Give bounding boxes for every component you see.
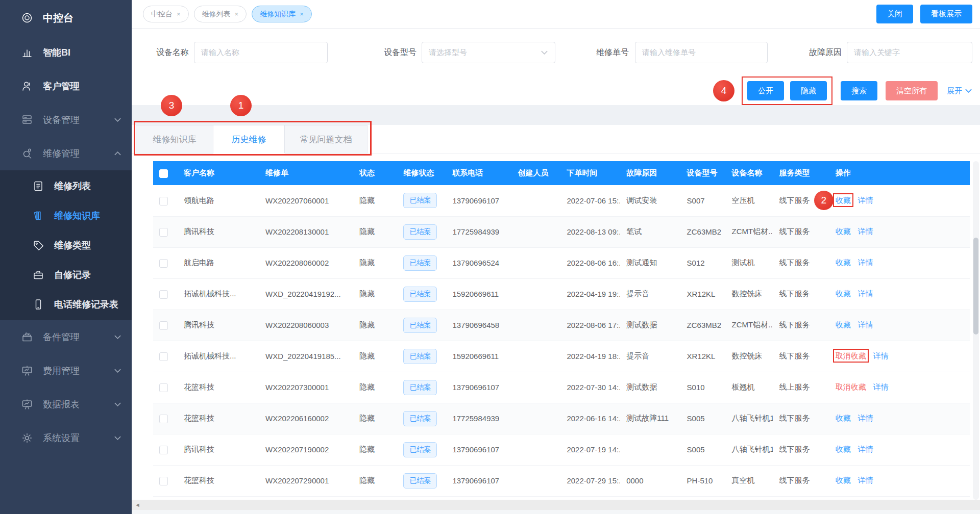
- close-tag-icon[interactable]: ×: [177, 10, 181, 18]
- text-input[interactable]: 请输入维修单号: [635, 42, 768, 63]
- favorite-link[interactable]: 收藏: [836, 414, 851, 422]
- row-checkbox[interactable]: [159, 352, 168, 361]
- cell-service-type: 线下服务: [773, 278, 829, 310]
- row-checkbox[interactable]: [159, 383, 168, 392]
- favorite-link[interactable]: 收藏: [836, 227, 851, 236]
- table-row: 花篮科技WX202207290001隐藏已结案137906961072022-0…: [153, 465, 970, 496]
- text-input[interactable]: 请输入名称: [194, 42, 328, 63]
- favorite-link[interactable]: 收藏: [836, 196, 851, 204]
- cell-repair-status: 已结案: [397, 403, 446, 434]
- row-checkbox[interactable]: [159, 259, 168, 268]
- public-button[interactable]: 公开: [747, 81, 784, 100]
- search-button[interactable]: 搜索: [841, 81, 877, 100]
- sidebar-item-智能BI[interactable]: 智能BI: [0, 36, 132, 69]
- detail-link[interactable]: 详情: [873, 382, 889, 391]
- row-checkbox[interactable]: [159, 321, 168, 330]
- row-checkbox[interactable]: [159, 477, 168, 485]
- sidebar-item-数据报表[interactable]: 数据报表: [0, 388, 132, 421]
- board-display-button[interactable]: 看板展示: [920, 5, 972, 23]
- filter-field-设备名称: 设备名称请输入名称: [152, 42, 328, 63]
- detail-link[interactable]: 详情: [858, 227, 873, 236]
- cell-status: 隐藏: [353, 278, 397, 310]
- close-button[interactable]: 关闭: [876, 5, 913, 23]
- cell-device-model: PH-510: [681, 465, 726, 496]
- vertical-scrollbar-thumb[interactable]: [973, 238, 978, 335]
- favorite-link[interactable]: 取消收藏: [836, 351, 866, 360]
- cell-operations: 收藏详情: [829, 310, 970, 341]
- page-tag-中控台[interactable]: 中控台×: [143, 6, 189, 22]
- favorite-link[interactable]: 收藏: [836, 476, 851, 484]
- chevron-down-icon: [114, 401, 121, 407]
- sidebar-subitem-自修记录[interactable]: 自修记录: [0, 260, 132, 290]
- cell-creator: [511, 465, 560, 496]
- row-select-cell: [153, 403, 178, 434]
- phone-record-icon: [32, 298, 45, 311]
- cell-creator: [511, 434, 560, 465]
- table-row: 腾讯科技WX202208060003隐藏已结案137906964582022-0…: [153, 310, 970, 341]
- close-tag-icon[interactable]: ×: [300, 10, 304, 18]
- sidebar-item-系统设置[interactable]: 系统设置: [0, 421, 132, 455]
- detail-link[interactable]: 详情: [873, 351, 889, 360]
- select-all-checkbox[interactable]: [159, 169, 168, 178]
- sidebar-submenu: 维修列表维修知识库维修类型自修记录电话维修记录表: [0, 170, 132, 320]
- row-select-cell: [153, 434, 178, 465]
- row-checkbox[interactable]: [159, 228, 168, 237]
- page-tag-label: 维修知识库: [260, 10, 296, 19]
- cell-operations: 收藏详情: [829, 403, 970, 434]
- detail-link[interactable]: 详情: [858, 258, 873, 267]
- scroll-left-arrow-icon[interactable]: ◄: [135, 502, 140, 508]
- model-select[interactable]: 请选择型号: [422, 42, 555, 63]
- detail-link[interactable]: 详情: [858, 445, 873, 453]
- detail-link[interactable]: 详情: [858, 414, 873, 422]
- sidebar-item-备件管理[interactable]: 备件管理: [0, 320, 132, 354]
- favorite-link[interactable]: 收藏: [836, 320, 851, 329]
- cell-status: 隐藏: [353, 465, 397, 496]
- favorite-link[interactable]: 收藏: [836, 289, 851, 298]
- cell-order-time: 2022-04-19 18:...: [560, 341, 620, 372]
- favorite-link[interactable]: 收藏: [836, 445, 851, 453]
- detail-link[interactable]: 详情: [858, 289, 873, 298]
- annotation-circle-3: 3: [161, 95, 182, 116]
- chevron-down-icon: [114, 334, 121, 340]
- cell-operations: 2收藏详情: [829, 185, 970, 216]
- detail-link[interactable]: 详情: [858, 196, 873, 204]
- hide-button[interactable]: 隐藏: [790, 81, 827, 100]
- horizontal-scrollbar[interactable]: ◄: [132, 500, 980, 510]
- detail-link[interactable]: 详情: [858, 476, 873, 484]
- sidebar-item-维修管理[interactable]: 维修管理: [0, 137, 132, 170]
- vertical-scrollbar[interactable]: [973, 161, 979, 500]
- table-row: 领航电路WX202207060001隐藏已结案137906961072022-0…: [153, 185, 970, 216]
- row-checkbox[interactable]: [159, 290, 168, 299]
- tab-历史维修[interactable]: 历史维修: [213, 125, 285, 153]
- row-checkbox[interactable]: [159, 415, 168, 423]
- sidebar-item-label: 中控台: [43, 11, 74, 25]
- tab-常见问题文档[interactable]: 常见问题文档: [285, 125, 368, 153]
- sidebar-subitem-维修列表[interactable]: 维修列表: [0, 171, 132, 201]
- cell-contact-phone: 15920669611: [446, 278, 511, 310]
- page-tag-label: 中控台: [151, 10, 173, 19]
- cell-order-number: WX202206160002: [259, 403, 353, 434]
- clear-all-button[interactable]: 清空所有: [886, 81, 938, 100]
- favorite-link[interactable]: 收藏: [836, 258, 851, 267]
- close-tag-icon[interactable]: ×: [235, 10, 239, 18]
- sidebar-item-客户管理[interactable]: 客户管理: [0, 69, 132, 103]
- detail-link[interactable]: 详情: [858, 320, 873, 329]
- tab-维修知识库[interactable]: 维修知识库: [136, 125, 213, 153]
- page-tag-维修知识库[interactable]: 维修知识库×: [252, 6, 312, 22]
- sidebar-subitem-维修知识库[interactable]: 维修知识库: [0, 201, 132, 230]
- favorite-link[interactable]: 取消收藏: [836, 382, 866, 391]
- sidebar-subitem-维修类型[interactable]: 维修类型: [0, 230, 132, 260]
- page-tag-维修列表[interactable]: 维修列表×: [194, 6, 247, 22]
- cell-operations: 收藏详情: [829, 247, 970, 278]
- expand-link[interactable]: 展开: [947, 86, 972, 96]
- cell-order-time: 2022-08-13 09:...: [560, 216, 620, 247]
- sidebar-subitem-电话维修记录表[interactable]: 电话维修记录表: [0, 290, 132, 319]
- row-checkbox[interactable]: [159, 197, 168, 205]
- text-input[interactable]: 请输入关键字: [847, 42, 972, 63]
- cell-service-type: 线下服务: [773, 465, 829, 496]
- row-checkbox[interactable]: [159, 446, 168, 454]
- sidebar-item-中控台[interactable]: 中控台: [0, 0, 132, 36]
- sidebar-item-设备管理[interactable]: 设备管理: [0, 103, 132, 137]
- cell-contact-phone: 13790696107: [446, 372, 511, 403]
- sidebar-item-费用管理[interactable]: 费用管理: [0, 354, 132, 388]
